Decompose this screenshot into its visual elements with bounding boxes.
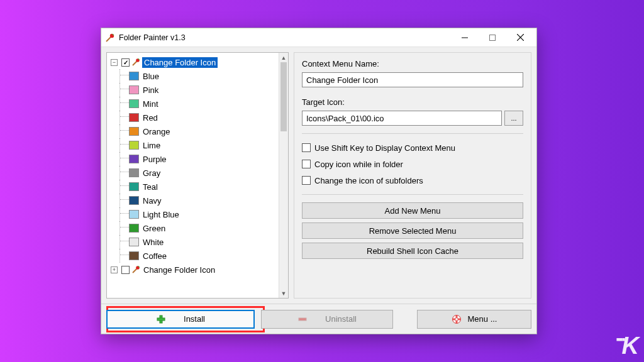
tree-color-item[interactable]: Coffee <box>111 249 277 263</box>
tree-color-item[interactable]: Orange <box>111 124 277 138</box>
uninstall-button[interactable]: Uninstall <box>261 310 393 329</box>
rebuild-cache-button[interactable]: Rebuild Shell Icon Cache <box>302 243 523 259</box>
tree-color-item[interactable]: Mint <box>111 97 277 111</box>
color-swatch-icon <box>129 85 139 94</box>
browse-button[interactable]: ... <box>504 111 523 126</box>
checkbox-icon[interactable] <box>302 143 311 152</box>
window-title: Folder Painter v1.3 <box>119 33 186 42</box>
button-label: Menu ... <box>468 314 497 324</box>
tree-color-item[interactable]: Blue <box>111 69 277 83</box>
color-swatch-icon <box>129 113 139 122</box>
separator <box>302 194 523 195</box>
tree-checkbox[interactable] <box>121 58 130 67</box>
collapse-icon[interactable]: − <box>111 59 118 66</box>
tree-view[interactable]: −Change Folder IconBluePinkMintRedOrange… <box>107 53 279 298</box>
svg-point-1 <box>110 33 114 37</box>
tree-color-item[interactable]: Teal <box>111 180 277 194</box>
tree-item-label: Red <box>142 113 159 123</box>
color-swatch-icon <box>129 182 139 191</box>
remove-selected-menu-button[interactable]: Remove Selected Menu <box>302 222 523 239</box>
minimize-button[interactable] <box>451 28 479 47</box>
tree-item-label: Green <box>142 224 167 233</box>
color-swatch-icon <box>129 72 139 80</box>
tree-item-label: Lime <box>142 141 162 150</box>
separator <box>302 133 523 134</box>
svg-line-8 <box>133 268 137 273</box>
tree-checkbox[interactable] <box>121 266 130 274</box>
option-label: Use Shift Key to Display Context Menu <box>314 143 455 153</box>
plus-icon <box>156 314 166 324</box>
svg-rect-12 <box>299 318 306 321</box>
expand-icon[interactable]: + <box>111 266 118 273</box>
tree-root[interactable]: −Change Folder Icon <box>111 55 277 69</box>
tree-color-item[interactable]: Purple <box>111 152 277 166</box>
tree-color-item[interactable]: Green <box>111 221 277 235</box>
svg-rect-11 <box>157 318 165 321</box>
tree-pane: −Change Folder IconBluePinkMintRedOrange… <box>106 52 289 299</box>
color-swatch-icon <box>129 196 139 205</box>
color-swatch-icon <box>129 99 139 108</box>
tree-item-label: Orange <box>142 127 171 136</box>
color-swatch-icon <box>129 238 139 246</box>
tree-root[interactable]: +Change Folder Icon <box>111 263 277 277</box>
target-icon-input[interactable] <box>302 111 502 126</box>
color-swatch-icon <box>129 251 139 260</box>
tree-color-item[interactable]: Red <box>111 111 277 124</box>
site-watermark: ▪▪▪K <box>613 332 639 359</box>
close-button[interactable] <box>506 28 534 47</box>
svg-point-14 <box>455 317 458 321</box>
scroll-up-icon[interactable]: ▲ <box>279 53 288 62</box>
tree-color-item[interactable]: Navy <box>111 194 277 207</box>
option-subfolders[interactable]: Change the icon of subfolders <box>302 174 523 187</box>
tree-scrollbar[interactable]: ▲ ▼ <box>279 53 288 298</box>
scroll-thumb[interactable] <box>280 62 287 131</box>
details-pane: Context Menu Name: Target Icon: ... Use … <box>294 52 531 299</box>
tree-color-item[interactable]: Pink <box>111 83 277 97</box>
checkbox-icon[interactable] <box>302 176 311 185</box>
tree-item-label: Gray <box>142 168 162 178</box>
minus-icon <box>297 314 308 324</box>
tree-item-label: Change Folder Icon <box>142 265 216 275</box>
add-new-menu-button[interactable]: Add New Menu <box>302 202 523 219</box>
tree-color-item[interactable]: White <box>111 235 277 249</box>
checkbox-icon[interactable] <box>302 160 311 168</box>
content-area: −Change Folder IconBluePinkMintRedOrange… <box>101 47 536 304</box>
brush-icon <box>131 57 141 67</box>
brush-icon <box>131 265 141 275</box>
context-menu-name-input[interactable] <box>302 72 523 87</box>
option-copy-icon[interactable]: Copy icon while in folder <box>302 158 523 170</box>
color-swatch-icon <box>129 168 139 177</box>
tree-item-label: Light Blue <box>142 210 180 219</box>
tree-color-item[interactable]: Gray <box>111 166 277 180</box>
color-swatch-icon <box>129 155 139 163</box>
color-swatch-icon <box>129 224 139 233</box>
tree-item-label: Mint <box>142 99 160 109</box>
titlebar[interactable]: Folder Painter v1.3 <box>101 28 536 47</box>
button-label: Uninstall <box>325 314 357 324</box>
ellipsis-icon: ... <box>511 114 516 122</box>
scroll-down-icon[interactable]: ▼ <box>279 288 288 298</box>
button-label: Install <box>184 314 205 324</box>
option-label: Change the icon of subfolders <box>314 176 423 185</box>
install-button[interactable]: Install <box>106 310 255 329</box>
context-menu-name-label: Context Menu Name: <box>302 59 523 69</box>
menu-button[interactable]: Menu ... <box>417 310 531 329</box>
color-swatch-icon <box>129 127 139 136</box>
app-icon <box>105 33 115 43</box>
tree-item-label: Blue <box>142 72 160 81</box>
bottom-bar: Install Uninstall Menu ... <box>101 304 536 334</box>
target-icon-label: Target Icon: <box>302 97 523 107</box>
lifesaver-icon <box>452 314 462 324</box>
application-window: Folder Painter v1.3 −Change Folder IconB… <box>101 28 537 334</box>
option-shift-key[interactable]: Use Shift Key to Display Context Menu <box>302 141 523 154</box>
tree-item-label: Change Folder Icon <box>142 57 218 68</box>
tree-item-label: Purple <box>142 155 168 164</box>
tree-color-item[interactable]: Light Blue <box>111 207 277 221</box>
tree-item-label: Navy <box>142 196 163 206</box>
tree-item-label: Teal <box>142 182 159 192</box>
tree-item-label: Coffee <box>142 251 168 261</box>
maximize-button[interactable] <box>479 28 506 47</box>
tree-item-label: Pink <box>142 85 160 95</box>
tree-item-label: White <box>142 238 165 247</box>
tree-color-item[interactable]: Lime <box>111 138 277 152</box>
